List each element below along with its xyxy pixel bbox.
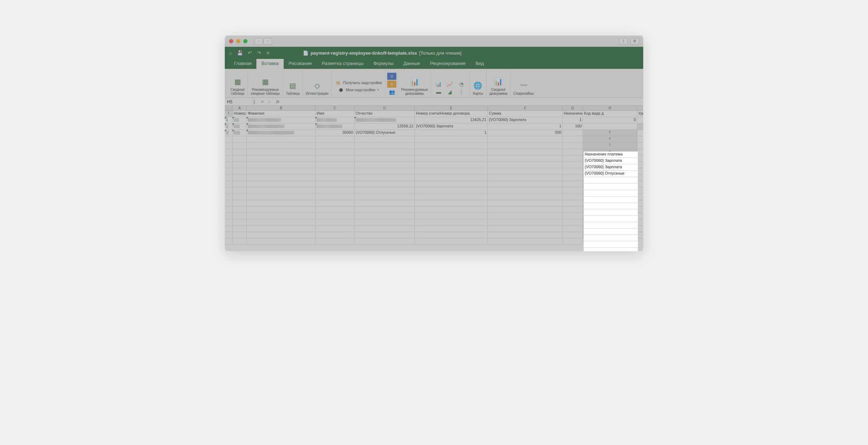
- row-header[interactable]: 16: [583, 200, 637, 207]
- cell-redacted[interactable]: [225, 130, 233, 136]
- cell[interactable]: [247, 181, 316, 187]
- cell[interactable]: [563, 200, 583, 207]
- cell[interactable]: [316, 136, 355, 143]
- cell[interactable]: [355, 181, 415, 187]
- pivot-table-button[interactable]: ▦Сводная таблица: [230, 76, 245, 95]
- cell[interactable]: [355, 232, 415, 238]
- cell-redacted[interactable]: [355, 117, 415, 123]
- cell[interactable]: [316, 149, 355, 155]
- cell[interactable]: [488, 226, 563, 232]
- forward-button[interactable]: ›: [263, 38, 272, 44]
- cell[interactable]: [488, 232, 563, 238]
- col-header[interactable]: A: [233, 106, 247, 111]
- cell[interactable]: [316, 200, 355, 207]
- fx-icon[interactable]: fx: [274, 99, 279, 104]
- cell[interactable]: [225, 213, 233, 219]
- bing-icon[interactable]: b: [387, 81, 396, 88]
- col-header[interactable]: B: [247, 106, 316, 111]
- row-header[interactable]: 17: [583, 207, 637, 213]
- cell[interactable]: [316, 238, 355, 245]
- cell[interactable]: [488, 187, 563, 194]
- cell[interactable]: [415, 219, 488, 226]
- cell[interactable]: [563, 136, 583, 143]
- cell[interactable]: [247, 175, 316, 181]
- cell[interactable]: [637, 187, 643, 194]
- cell[interactable]: Код вида д: [583, 111, 637, 117]
- col-header[interactable]: H: [583, 106, 637, 111]
- cell[interactable]: [355, 238, 415, 245]
- cell[interactable]: [415, 181, 488, 187]
- cell-redacted[interactable]: [316, 117, 355, 123]
- row-header[interactable]: 15: [583, 194, 637, 200]
- cell-redacted[interactable]: [233, 117, 247, 123]
- cell[interactable]: [637, 143, 643, 149]
- maximize-icon[interactable]: [243, 39, 247, 43]
- col-header[interactable]: E: [415, 106, 488, 111]
- col-header[interactable]: I: [637, 106, 643, 111]
- select-all[interactable]: [225, 106, 233, 111]
- cell[interactable]: [233, 149, 247, 155]
- cell[interactable]: [233, 226, 247, 232]
- cell[interactable]: [316, 226, 355, 232]
- cell[interactable]: [488, 168, 563, 175]
- cell[interactable]: [316, 194, 355, 200]
- row-header[interactable]: 19: [583, 219, 637, 226]
- cell[interactable]: [247, 200, 316, 207]
- my-addins-button[interactable]: ⬢Мои надстройки▾: [338, 87, 379, 93]
- cell[interactable]: [488, 181, 563, 187]
- cell[interactable]: 1: [563, 117, 583, 123]
- cell[interactable]: [225, 232, 233, 238]
- cell[interactable]: [247, 149, 316, 155]
- cell[interactable]: [415, 168, 488, 175]
- cell[interactable]: {VO70060} Отпускные: [355, 130, 415, 136]
- cell[interactable]: 100: [563, 123, 583, 130]
- minimize-icon[interactable]: [236, 39, 240, 43]
- cell[interactable]: [415, 143, 488, 149]
- cell[interactable]: [225, 143, 233, 149]
- cell[interactable]: [488, 136, 563, 143]
- cell[interactable]: Номер: [233, 111, 247, 117]
- cell[interactable]: [637, 232, 643, 238]
- cell[interactable]: [488, 219, 563, 226]
- cell[interactable]: [415, 162, 488, 168]
- maps-button[interactable]: 🌐Карты: [473, 80, 483, 95]
- cell[interactable]: [247, 213, 316, 219]
- tab-insert[interactable]: Вставка: [256, 59, 283, 69]
- row-header[interactable]: 14: [583, 187, 637, 194]
- cell-redacted[interactable]: [316, 123, 355, 130]
- cell[interactable]: [415, 149, 488, 155]
- cell[interactable]: [563, 155, 583, 162]
- cell[interactable]: [488, 149, 563, 155]
- home-icon[interactable]: ⌂: [229, 50, 232, 56]
- cell[interactable]: [233, 181, 247, 187]
- cell[interactable]: [316, 143, 355, 149]
- cell[interactable]: [247, 187, 316, 194]
- cell[interactable]: [563, 226, 583, 232]
- cell[interactable]: [637, 155, 643, 162]
- cell[interactable]: [415, 200, 488, 207]
- window-icon[interactable]: ⧉: [630, 38, 639, 44]
- cell[interactable]: [233, 219, 247, 226]
- cell[interactable]: [637, 130, 643, 136]
- cell[interactable]: [225, 194, 233, 200]
- cell-redacted[interactable]: [233, 123, 247, 130]
- row-header[interactable]: 9: [583, 155, 637, 162]
- cell[interactable]: [233, 187, 247, 194]
- cell[interactable]: [225, 168, 233, 175]
- cell[interactable]: [247, 168, 316, 175]
- cell[interactable]: [316, 155, 355, 162]
- back-button[interactable]: ‹: [255, 38, 263, 44]
- row-header[interactable]: 1: [225, 111, 233, 117]
- tab-formulas[interactable]: Формулы: [368, 59, 399, 69]
- cell[interactable]: [225, 226, 233, 232]
- cell[interactable]: Назначение платежа: [563, 111, 583, 117]
- cell[interactable]: [225, 162, 233, 168]
- cell[interactable]: [233, 136, 247, 143]
- cell[interactable]: [225, 181, 233, 187]
- cell[interactable]: [233, 200, 247, 207]
- cell[interactable]: [488, 200, 563, 207]
- cell[interactable]: [415, 226, 488, 232]
- recommended-charts-button[interactable]: 📊Рекомендуемые диаграммы: [401, 76, 428, 95]
- cell-redacted[interactable]: [247, 130, 316, 136]
- cell[interactable]: [233, 213, 247, 219]
